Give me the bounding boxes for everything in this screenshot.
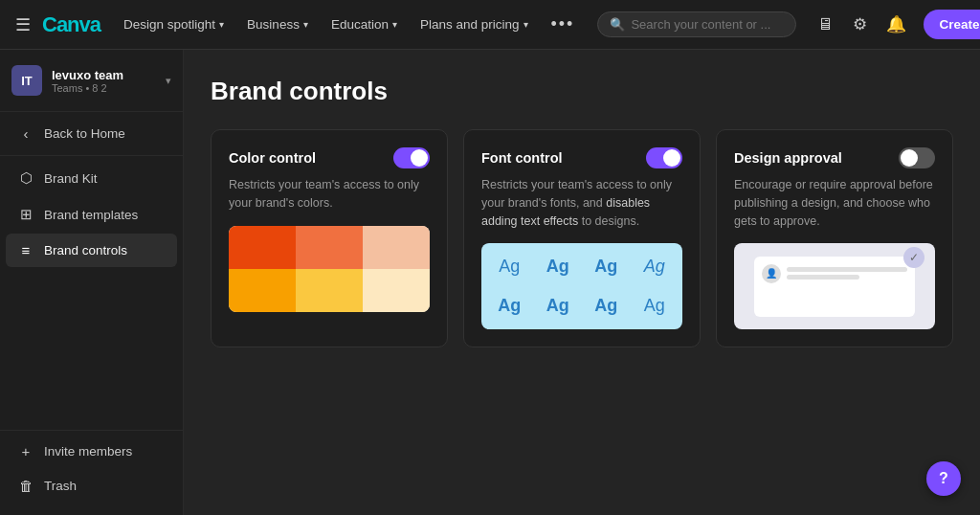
toggle-knob [411,149,428,167]
settings-icon[interactable]: ⚙ [847,9,873,40]
chevron-down-icon: ▾ [523,19,528,30]
design-approval-preview: ✓ 👤 [734,243,935,329]
color-swatch-3 [363,226,430,269]
brand-kit-icon: ⬡ [17,169,34,187]
bell-icon[interactable]: 🔔 [880,9,912,40]
team-chevron-icon: ▾ [166,75,171,87]
color-control-description: Restricts your team's access to only you… [229,176,430,213]
approval-avatar: 👤 [762,264,781,283]
team-avatar: IT [11,65,42,96]
chevron-down-icon: ▾ [392,19,397,30]
nav-plans-pricing[interactable]: Plans and pricing ▾ [412,11,536,37]
font-control-card: Font control Restricts your team's acces… [463,129,701,347]
help-button[interactable]: ? [926,461,961,496]
color-swatch-2 [296,226,363,269]
search-input[interactable] [631,17,784,32]
nav-design-spotlight[interactable]: Design spotlight ▾ [116,11,232,37]
canva-logo[interactable]: Canva [42,12,100,37]
sidebar-divider-2 [0,155,183,156]
approval-card: ✓ 👤 [754,257,915,317]
top-navigation: ☰ Canva Design spotlight ▾ Business ▾ Ed… [0,0,980,50]
design-approval-card: Design approval Encourage or require app… [716,129,953,347]
team-subtitle: Teams • 8 2 [52,82,156,94]
color-swatch-6 [363,269,430,312]
approval-line-2 [787,275,859,280]
font-control-description: Restricts your team's access to only you… [481,176,682,230]
create-design-button[interactable]: Create a design [924,10,980,39]
color-swatch-1 [229,226,296,269]
sidebar-item-brand-templates[interactable]: ⊞ Brand templates [6,197,177,232]
color-control-title: Color control [229,150,316,166]
font-ag-3: Ag [594,257,617,277]
color-control-card: Color control Restricts your team's acce… [211,129,448,347]
color-swatch-4 [229,269,296,312]
sidebar-item-brand-kit[interactable]: ⬡ Brand Kit [6,161,177,195]
font-ag-1: Ag [499,257,520,277]
color-swatches [229,226,430,312]
font-control-toggle[interactable] [646,147,682,168]
nav-education[interactable]: Education ▾ [323,11,405,37]
sidebar-item-back-home[interactable]: ‹ Back to Home [6,117,177,150]
font-ag-7: Ag [594,296,617,316]
font-control-preview: Ag Ag Ag Ag Ag Ag Ag Ag [481,243,682,329]
approval-line-1 [787,267,907,272]
monitor-icon[interactable]: 🖥 [812,10,839,40]
hamburger-icon[interactable]: ☰ [15,14,31,35]
color-control-toggle[interactable] [393,147,430,168]
sidebar-divider-3 [0,430,183,431]
toggle-knob [901,149,918,167]
trash-icon: 🗑 [17,478,34,494]
brand-controls-icon: ≡ [17,242,34,258]
approval-preview-inner: ✓ 👤 [734,243,935,329]
sidebar-bottom: + Invite members 🗑 Trash [0,426,183,507]
color-swatch-5 [296,269,363,312]
cards-grid: Color control Restricts your team's acce… [211,129,953,347]
sidebar-item-invite-members[interactable]: + Invite members [6,435,177,468]
color-control-preview [229,226,430,312]
toggle-knob [663,149,680,167]
team-selector[interactable]: IT levuxo team Teams • 8 2 ▾ [0,57,183,103]
brand-templates-icon: ⊞ [17,206,34,223]
nav-more-icon[interactable]: ••• [544,11,583,38]
chevron-down-icon: ▾ [219,19,224,30]
team-name: levuxo team [52,68,156,82]
nav-business[interactable]: Business ▾ [239,11,316,37]
font-ag-grid: Ag Ag Ag Ag Ag Ag Ag Ag [481,243,682,329]
font-ag-8: Ag [644,296,665,316]
search-box[interactable]: 🔍 [597,11,796,37]
font-ag-5: Ag [498,296,521,316]
design-approval-title: Design approval [734,150,842,166]
search-icon: 🔍 [610,17,625,32]
topnav-icon-group: 🖥 ⚙ 🔔 [812,9,912,40]
sidebar-item-brand-controls[interactable]: ≡ Brand controls [6,234,177,267]
font-ag-2: Ag [546,257,569,277]
font-control-title: Font control [481,150,563,166]
main-layout: IT levuxo team Teams • 8 2 ▾ ‹ Back to H… [0,50,980,515]
design-approval-toggle[interactable] [899,147,935,168]
sidebar-divider [0,111,183,112]
design-approval-description: Encourage or require approval before pub… [734,176,935,230]
invite-icon: + [17,443,34,459]
page-title: Brand controls [211,77,953,106]
sidebar: IT levuxo team Teams • 8 2 ▾ ‹ Back to H… [0,50,184,515]
main-content: Brand controls Color control Restricts y… [184,50,980,515]
sidebar-item-trash[interactable]: 🗑 Trash [6,469,177,503]
approval-check-icon: ✓ [903,247,924,268]
font-ag-4: Ag [644,257,665,277]
back-arrow-icon: ‹ [17,125,34,142]
chevron-down-icon: ▾ [303,19,308,30]
font-ag-6: Ag [546,296,569,316]
